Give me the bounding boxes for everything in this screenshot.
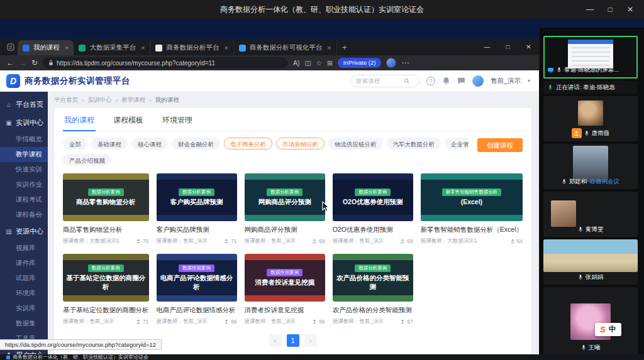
- course-cover[interactable]: 数据分析案例 客户购买品牌预测: [157, 173, 237, 221]
- caret-down-icon[interactable]: ▾: [528, 78, 530, 84]
- course-title[interactable]: 新零售智能销售数据分析（Excel）: [421, 226, 523, 234]
- course-cover[interactable]: 新零售智能销售数据分析 (Excel): [421, 173, 523, 221]
- filter-chip-marketing[interactable]: 市场营销分析: [276, 138, 325, 150]
- sidebar-item-quick-training[interactable]: 快速实训: [0, 162, 48, 177]
- sidebar-item-course-exam[interactable]: 课程考试: [0, 192, 48, 207]
- participant-tile[interactable]: 郑廷和 @腾讯会议: [543, 144, 638, 189]
- course-cover[interactable]: 数据分析案例 农产品价格的分类智能预测: [333, 254, 413, 302]
- course-cover[interactable]: 数据分析案例 O2O优惠券使用预测: [333, 173, 413, 221]
- participant-tile[interactable]: 黄博雯: [543, 192, 638, 237]
- filter-chip-automotive[interactable]: 汽车大数据分析: [387, 138, 441, 150]
- new-tab-button[interactable]: +: [337, 40, 352, 55]
- tab-course-templates[interactable]: 课程模板: [112, 112, 145, 131]
- course-title[interactable]: 商品零售购物篮分析: [63, 226, 149, 234]
- course-card[interactable]: 数据分析案例 农产品价格的分类智能预测 农产品价格的分类智能预测 授课教师：售前…: [333, 254, 413, 325]
- favorites-icon[interactable]: ☆: [316, 60, 321, 67]
- tab-close-icon[interactable]: ×: [224, 44, 228, 52]
- course-cover[interactable]: 数据分析案例 商品零售购物篮分析: [63, 173, 149, 221]
- page-1-button[interactable]: 1: [287, 334, 299, 347]
- course-card[interactable]: 数据分析案例 客户购买品牌预测 客户购买品牌预测 授课教师：售前_演示 71: [157, 173, 237, 245]
- tab-close-icon[interactable]: ×: [65, 44, 69, 52]
- next-page-button[interactable]: ›: [304, 334, 317, 347]
- sidebar-item-home[interactable]: ⌂ 平台首页: [0, 95, 48, 114]
- course-card[interactable]: 新零售智能销售数据分析 (Excel) 新零售智能销售数据分析（Excel） 授…: [421, 173, 523, 245]
- screen-share-tile[interactable]: 泰迪-陈晓惠的屏幕...: [543, 36, 638, 79]
- split-screen-icon[interactable]: ◫: [305, 60, 311, 67]
- sidebar-item-training-library[interactable]: 实训库: [0, 301, 48, 316]
- filter-chip-all[interactable]: 全部: [63, 138, 87, 150]
- notifications-icon[interactable]: [442, 77, 450, 85]
- close-button[interactable]: ✕: [620, 0, 640, 19]
- sidebar-item-courseware-library[interactable]: 课件库: [0, 256, 48, 271]
- participant-tile[interactable]: 张娟娟: [543, 239, 638, 285]
- read-aloud-icon[interactable]: A): [293, 60, 300, 67]
- inprivate-badge[interactable]: InPrivate (2): [338, 58, 382, 68]
- course-title[interactable]: 客户购买品牌预测: [157, 226, 237, 234]
- browser-tab-collection-platform[interactable]: 大数据采集平台 ×: [74, 40, 150, 55]
- participant-tile[interactable]: 王曦: [543, 287, 638, 355]
- course-title[interactable]: 消费者投诉意见挖掘: [245, 306, 325, 315]
- course-cover[interactable]: 数据挖掘案例 电商产品评论数据情感分析: [157, 254, 237, 302]
- course-card[interactable]: 数据分析案例 基于基站定位数据的商圈分析 基于基站定位数据的商圈分析 授课教师：…: [63, 254, 149, 325]
- messages-icon[interactable]: [457, 77, 465, 85]
- sidebar-item-question-library[interactable]: 试题库: [0, 271, 48, 286]
- filter-chip-product-video[interactable]: 产品介绍视频: [63, 154, 111, 166]
- browser-tab-analysis-platform[interactable]: 商务数据分析平台 ×: [150, 40, 233, 55]
- breadcrumb-item-home[interactable]: 平台首页: [54, 96, 78, 104]
- help-icon[interactable]: ?: [426, 77, 435, 85]
- username[interactable]: 售前_演示: [491, 77, 521, 85]
- prev-page-button[interactable]: ‹: [269, 334, 282, 347]
- back-button[interactable]: ←: [6, 59, 14, 67]
- search-icon[interactable]: [404, 78, 410, 84]
- course-title[interactable]: 网购商品评分预测: [245, 226, 325, 234]
- search-input[interactable]: [356, 77, 401, 84]
- url-field[interactable]: https://da.tipdm.org/course/mycourse.php…: [43, 57, 288, 68]
- course-cover[interactable]: 数据挖掘案例 消费者投诉意见挖掘: [245, 254, 325, 302]
- sidebar-item-datasets[interactable]: 数据集: [0, 316, 48, 331]
- filter-chip-finance[interactable]: 财会金融分析: [172, 138, 220, 150]
- sidebar-section-training-center[interactable]: ▣ 实训中心: [0, 114, 48, 132]
- course-search[interactable]: [350, 75, 419, 87]
- course-title[interactable]: 农产品价格的分类智能预测: [333, 306, 413, 315]
- browser-minimize-button[interactable]: —: [477, 39, 497, 55]
- course-title[interactable]: 电商产品评论数据情感分析: [157, 306, 237, 315]
- minimize-button[interactable]: —: [580, 0, 600, 19]
- forward-button[interactable]: →: [19, 59, 26, 67]
- filter-chip-logistics[interactable]: 物流供应链分析: [328, 138, 383, 150]
- site-logo[interactable]: D 商务数据分析实训管理平台: [6, 74, 130, 88]
- sidebar-item-teaching-courses[interactable]: 教学课程: [0, 147, 48, 162]
- course-card[interactable]: 数据挖掘案例 消费者投诉意见挖掘 消费者投诉意见挖掘 授课教师：售前_演示 66: [245, 254, 325, 325]
- course-card[interactable]: 数据分析案例 商品零售购物篮分析 商品零售购物篮分析 授课教师：大数据演示1 7…: [63, 173, 149, 245]
- breadcrumb-item-teaching-courses[interactable]: 教学课程: [121, 96, 145, 104]
- tab-my-courses[interactable]: 我的课程: [63, 112, 96, 131]
- browser-tab-visualization-platform[interactable]: 商务数据分析可视化平台 ×: [234, 40, 337, 55]
- course-title[interactable]: O2O优惠券使用预测: [333, 226, 413, 234]
- course-title[interactable]: 基于基站定位数据的商圈分析: [63, 306, 149, 315]
- tab-actions-icon[interactable]: [4, 39, 18, 55]
- browser-close-button[interactable]: ✕: [518, 39, 539, 55]
- sidebar-item-learning-overview[interactable]: 学情概览: [0, 132, 48, 147]
- user-avatar[interactable]: [472, 75, 484, 87]
- input-method-indicator[interactable]: S 中: [595, 323, 621, 336]
- create-course-button[interactable]: 创建课程: [477, 138, 523, 152]
- course-cover[interactable]: 数据分析案例 网购商品评分预测: [245, 173, 325, 221]
- filter-chip-core[interactable]: 核心课程: [131, 138, 168, 150]
- filter-chip-ecommerce[interactable]: 电子商务分析: [224, 138, 272, 150]
- course-card[interactable]: 数据分析案例 网购商品评分预测 网购商品评分预测 授课教师：售前_演示 69: [245, 173, 325, 245]
- tab-environment-management[interactable]: 环境管理: [161, 112, 194, 131]
- profile-avatar[interactable]: [386, 58, 396, 68]
- sidebar-item-course-backup[interactable]: 课程备份: [0, 207, 48, 222]
- breadcrumb-item-training-center[interactable]: 实训中心: [88, 96, 112, 104]
- browser-maximize-button[interactable]: □: [497, 39, 518, 55]
- taskbar-app-icon[interactable]: [6, 356, 10, 359]
- sidebar-item-environment-library[interactable]: 环境库: [0, 286, 48, 301]
- browser-tab-my-courses[interactable]: 我的课程 ×: [18, 40, 74, 55]
- sidebar-section-resource-center[interactable]: ▤ 资源中心: [0, 222, 48, 241]
- filter-chip-basic[interactable]: 基础课程: [91, 138, 128, 150]
- course-cover[interactable]: 数据分析案例 基于基站定位数据的商圈分析: [63, 254, 149, 302]
- course-card[interactable]: 数据分析案例 O2O优惠券使用预测 O2O优惠券使用预测 授课教师：售前_演示 …: [333, 173, 413, 245]
- sidebar-item-video-library[interactable]: 视频库: [0, 241, 48, 256]
- tab-close-icon[interactable]: ×: [141, 44, 145, 52]
- course-card[interactable]: 数据挖掘案例 电商产品评论数据情感分析 电商产品评论数据情感分析 授课教师：售前…: [157, 254, 237, 325]
- refresh-button[interactable]: ↻: [31, 59, 38, 67]
